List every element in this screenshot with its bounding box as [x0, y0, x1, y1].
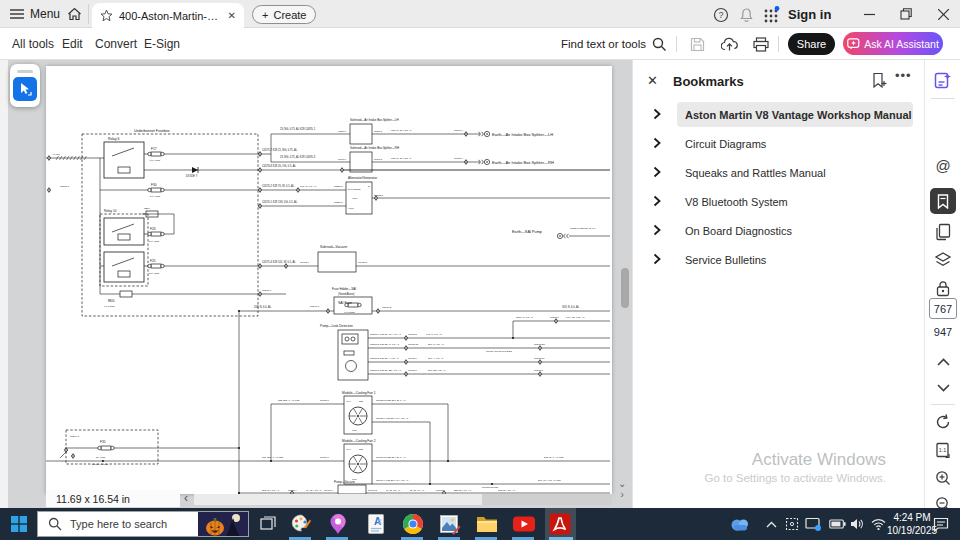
svg-text:SPL110-4Wt/K28: SPL110-4Wt/K28 [92, 463, 109, 465]
svg-text:GND: GND [359, 400, 364, 402]
taskbar-search-input[interactable]: Type here to search [37, 511, 249, 537]
share-button[interactable]: Share [788, 33, 835, 55]
svg-text:C0005-1: C0005-1 [320, 399, 330, 401]
ai-chat-icon [847, 38, 860, 50]
task-view-button[interactable] [252, 508, 284, 540]
protect-tool-button[interactable] [933, 278, 953, 298]
horizontal-scrollbar[interactable] [194, 494, 612, 505]
search-highlight-image[interactable] [198, 511, 248, 537]
minimize-button[interactable] [852, 0, 886, 28]
zoom-in-button[interactable] [933, 468, 953, 488]
bookmark-item[interactable]: V8 Bluetooth System [633, 187, 925, 216]
create-tab-button[interactable]: + Create [252, 5, 316, 24]
previous-page-button[interactable] [933, 352, 953, 372]
tray-weather[interactable] [726, 508, 754, 540]
print-button[interactable] [752, 35, 770, 53]
ask-ai-assistant-button[interactable]: Ask AI Assistant [843, 32, 943, 55]
taskbar-app-maps[interactable] [323, 508, 353, 540]
menu-label: Menu [30, 7, 60, 21]
taskbar-app-acrobat-active[interactable] [545, 508, 576, 540]
bookmarks-tool-button[interactable] [930, 188, 956, 214]
tray-volume[interactable] [847, 508, 867, 540]
rotate-page-button[interactable] [933, 412, 953, 432]
svg-text:C0956-4: C0956-4 [454, 157, 464, 160]
scroll-left-icon[interactable]: ‹ [184, 491, 188, 505]
sign-in-button[interactable]: Sign in [788, 7, 831, 22]
save-button[interactable] [688, 35, 706, 53]
apps-grid-button[interactable] [762, 6, 780, 24]
add-bookmark-button[interactable] [871, 72, 889, 90]
bookmark-item[interactable]: Aston Martin V8 Vantage Workshop Manual [633, 100, 925, 129]
search-button[interactable] [650, 35, 668, 53]
esign-button[interactable]: E-Sign [144, 37, 180, 51]
scroll-corner-arrows[interactable]: ⌄ › [618, 478, 626, 500]
tray-battery[interactable] [826, 508, 848, 540]
taskbar-app-photos[interactable] [435, 508, 465, 540]
close-button[interactable] [926, 0, 960, 28]
convert-button[interactable]: Convert [95, 37, 137, 51]
document-tab[interactable]: 400-Aston-Martin-Vanta... ✕ [92, 3, 244, 28]
page-number-input[interactable]: 767 [929, 298, 957, 319]
bookmark-item[interactable]: Circuit Diagrams [633, 129, 925, 158]
action-center-button[interactable] [928, 508, 954, 540]
horizontal-scrollbar-thumb[interactable] [482, 494, 612, 505]
fit-page-button[interactable]: 1:1 [933, 440, 953, 460]
upload-cloud-button[interactable] [720, 35, 738, 53]
edit-button[interactable]: Edit [62, 37, 83, 51]
find-text-label[interactable]: Find text or tools [560, 38, 646, 50]
star-icon[interactable] [100, 9, 113, 22]
help-button[interactable]: ? [712, 6, 730, 24]
bookmark-item[interactable]: On Board Diagnostics [633, 216, 925, 245]
drag-handle[interactable] [17, 70, 33, 73]
menu-button[interactable]: Menu [10, 4, 60, 24]
svg-text:Alternator/Generator: Alternator/Generator [348, 176, 378, 180]
svg-text:C1915-8: C1915-8 [408, 333, 418, 335]
page-thumbnails-tool-button[interactable] [933, 222, 953, 242]
start-button[interactable] [0, 508, 37, 540]
chevron-right-icon[interactable] [651, 253, 663, 265]
next-page-button[interactable] [933, 378, 953, 398]
tray-show-hidden-icons[interactable] [762, 508, 780, 540]
svg-text:F24: F24 [150, 227, 156, 231]
notifications-button[interactable] [737, 6, 755, 24]
svg-text:Pump—Vacuum: Pump—Vacuum [334, 480, 355, 484]
tray-snip-tool[interactable] [782, 508, 802, 540]
chevron-right-icon[interactable] [651, 166, 663, 178]
fit-page-icon: 1:1 [935, 442, 951, 459]
svg-text:23, NG, 0.75, AL K28 C0870-1: 23, NG, 0.75, AL K28 C0870-1 [280, 127, 316, 131]
tray-display-cast[interactable] [802, 508, 824, 540]
bookmarks-close-icon[interactable]: ✕ [647, 73, 658, 88]
bookmark-item[interactable]: Squeaks and Rattles Manual [633, 158, 925, 187]
svg-text:C0005-2 K28 210, B, 6, AL: C0005-2 K28 210, B, 6, AL [376, 399, 406, 402]
taskbar-app-chrome[interactable] [398, 508, 428, 540]
svg-text:B+: B+ [368, 185, 371, 187]
bookmark-label: Aston Martin V8 Vantage Workshop Manual [677, 102, 913, 127]
chevron-right-icon[interactable] [651, 137, 663, 149]
windows-logo-icon [11, 516, 27, 532]
taskbar-app-file-explorer[interactable] [472, 508, 502, 540]
svg-text:SPL116-4Gn/Ca PL/G/5/B/2: SPL116-4Gn/Ca PL/G/5/B/2 [486, 350, 513, 352]
chevron-right-icon[interactable] [651, 224, 663, 236]
bookmarks-options-icon[interactable]: ••• [895, 68, 912, 83]
bookmark-item[interactable]: Service Bulletins [633, 245, 925, 274]
ai-assistant-tool-button[interactable] [933, 70, 953, 90]
chevron-right-icon[interactable] [651, 195, 663, 207]
layers-tool-button[interactable] [933, 250, 953, 270]
all-tools-button[interactable]: All tools [12, 37, 54, 51]
comments-tool-button[interactable]: @ [933, 156, 953, 176]
svg-text:C0242-1: C0242-1 [550, 316, 560, 318]
restore-button[interactable] [889, 0, 923, 28]
svg-text:Underbonnet Fusebox: Underbonnet Fusebox [134, 129, 170, 133]
svg-text:208, N, 6.0, AL: 208, N, 6.0, AL [254, 305, 272, 309]
svg-text:GND: GND [359, 448, 364, 450]
taskbar-app-youtube[interactable] [509, 508, 539, 540]
home-button[interactable] [62, 4, 86, 24]
tab-close-icon[interactable]: ✕ [228, 10, 236, 21]
taskbar-app-paint3d[interactable] [286, 508, 316, 540]
chevron-up-icon [937, 358, 950, 366]
taskbar-app-wordpad-doc[interactable]: A [361, 508, 391, 540]
vertical-scrollbar-thumb[interactable] [621, 268, 629, 308]
pdf-page[interactable]: Underbonnet FuseboxRelay 6F175.0 AmpsDIO… [46, 66, 612, 494]
select-tool-button[interactable] [13, 77, 37, 101]
chevron-right-icon[interactable] [651, 108, 663, 120]
